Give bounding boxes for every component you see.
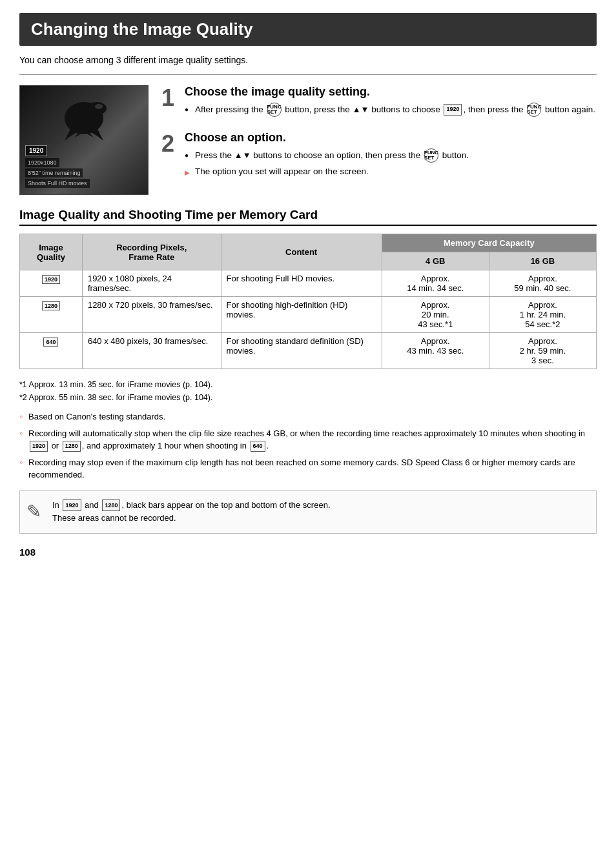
steps-content: 1 Choose the image quality setting. Afte… <box>161 85 597 195</box>
gb16-640: Approx.2 hr. 59 min.3 sec. <box>489 333 596 369</box>
camera-label-resolution: 1920x1080 <box>25 158 59 167</box>
col-header-recording: Recording Pixels,Frame Rate <box>82 234 221 270</box>
page-title-bar: Changing the Image Quality <box>19 13 597 46</box>
note-3: Recording may stop even if the maximum c… <box>19 456 597 481</box>
quality-badge-640: 640 <box>20 333 83 369</box>
arrow-updown-icon: ▲▼ <box>353 105 369 114</box>
step-1-list: After pressing the FUNCSET button, press… <box>185 103 595 117</box>
divider <box>19 74 597 75</box>
col-header-image-quality: ImageQuality <box>20 234 83 270</box>
footnote-2: *2 Approx. 55 min. 38 sec. for iFrame mo… <box>19 391 597 404</box>
gb4-1280: Approx.20 min.43 sec.*1 <box>382 297 489 333</box>
step-2-number: 2 <box>161 132 177 156</box>
quality-badge-1280: 1280 <box>20 297 83 333</box>
table-row: 640 640 x 480 pixels, 30 frames/sec. For… <box>20 333 597 369</box>
step-2: 2 Choose an option. Press the ▲▼ buttons… <box>161 131 597 181</box>
note-1: Based on Canon's testing standards. <box>19 410 597 423</box>
badge-1920-info: 1920 <box>63 500 81 511</box>
quality-section: Image Quality and Shooting Time per Memo… <box>19 208 597 534</box>
badge-640-table: 640 <box>43 338 58 347</box>
page-title: Changing the Image Quality <box>31 19 585 39</box>
col-header-content: Content <box>221 234 382 270</box>
quality-badge-1920: 1920 <box>20 270 83 297</box>
step-1-body: Choose the image quality setting. After … <box>185 85 595 119</box>
step-1-bullet-1: After pressing the FUNCSET button, press… <box>185 103 595 117</box>
table-row: 1920 1920 x 1080 pixels, 24 frames/sec. … <box>20 270 597 297</box>
gb16-1280: Approx.1 hr. 24 min.54 sec.*2 <box>489 297 596 333</box>
step-2-arrow-1: The option you set will appear on the sc… <box>185 165 469 178</box>
col-header-16gb: 16 GB <box>489 252 596 270</box>
bird-silhouette-icon <box>55 96 113 147</box>
page-number: 108 <box>19 547 597 558</box>
step-2-body: Choose an option. Press the ▲▼ buttons t… <box>185 131 469 181</box>
camera-label-mode: Shoots Full HD movies <box>25 179 90 188</box>
step-2-bullet-1: Press the ▲▼ buttons to choose an option… <box>185 148 469 163</box>
badge-640-note: 640 <box>251 441 265 452</box>
func-set-icon: FUNCSET <box>267 103 282 117</box>
content-1920: For shooting Full HD movies. <box>221 270 382 297</box>
badge-1280-table: 1280 <box>42 301 60 310</box>
camera-image: 1920 1920x1080 8'52" time remaining Shoo… <box>19 85 149 195</box>
info-box-text: In 1920 and 1280, black bars appear on t… <box>52 500 331 523</box>
badge-1920-note: 1920 <box>30 441 48 452</box>
step-1-number: 1 <box>161 86 177 110</box>
svg-point-2 <box>95 104 103 109</box>
gb4-640: Approx.43 min. 43 sec. <box>382 333 489 369</box>
note-2: Recording will automatically stop when t… <box>19 427 597 452</box>
badge-1920-table: 1920 <box>42 275 60 284</box>
pencil-icon: ✎ <box>26 498 41 527</box>
content-640: For shooting standard definition (SD) mo… <box>221 333 382 369</box>
func-set-icon-3: FUNCSET <box>424 148 438 163</box>
gb16-1920: Approx.59 min. 40 sec. <box>489 270 596 297</box>
step-2-list: Press the ▲▼ buttons to choose an option… <box>185 148 469 178</box>
camera-badge-1920: 1920 <box>25 145 47 156</box>
quality-table: ImageQuality Recording Pixels,Frame Rate… <box>19 234 597 369</box>
step-1-heading: Choose the image quality setting. <box>185 85 595 99</box>
gb4-1920: Approx.14 min. 34 sec. <box>382 270 489 297</box>
badge-1280-note: 1280 <box>63 441 81 452</box>
content-1280: For shooting high-definition (HD) movies… <box>221 297 382 333</box>
recording-1280: 1280 x 720 pixels, 30 frames/sec. <box>82 297 221 333</box>
page-subtitle: You can choose among 3 different image q… <box>19 55 597 65</box>
badge-1920-icon: 1920 <box>444 104 462 116</box>
footnote-1: *1 Approx. 13 min. 35 sec. for iFrame mo… <box>19 378 597 391</box>
info-box: ✎ In 1920 and 1280, black bars appear on… <box>19 490 597 534</box>
notes-list: Based on Canon's testing standards. Reco… <box>19 410 597 481</box>
recording-1920: 1920 x 1080 pixels, 24 frames/sec. <box>82 270 221 297</box>
col-header-memory-capacity: Memory Card Capacity <box>382 234 596 252</box>
func-set-icon-2: FUNCSET <box>527 103 541 117</box>
col-header-4gb: 4 GB <box>382 252 489 270</box>
table-body: 1920 1920 x 1080 pixels, 24 frames/sec. … <box>20 270 597 369</box>
camera-label-time: 8'52" time remaining <box>25 168 83 177</box>
table-row: 1280 1280 x 720 pixels, 30 frames/sec. F… <box>20 297 597 333</box>
recording-640: 640 x 480 pixels, 30 frames/sec. <box>82 333 221 369</box>
arrow-updown-icon-2: ▲▼ <box>234 150 251 160</box>
badge-1280-info: 1280 <box>102 500 120 511</box>
footnotes: *1 Approx. 13 min. 35 sec. for iFrame mo… <box>19 378 597 404</box>
step-2-heading: Choose an option. <box>185 131 469 145</box>
steps-section: 1920 1920x1080 8'52" time remaining Shoo… <box>19 85 597 195</box>
step-1: 1 Choose the image quality setting. Afte… <box>161 85 597 119</box>
table-section-heading: Image Quality and Shooting Time per Memo… <box>19 208 597 226</box>
table-header-row-1: ImageQuality Recording Pixels,Frame Rate… <box>20 234 597 252</box>
